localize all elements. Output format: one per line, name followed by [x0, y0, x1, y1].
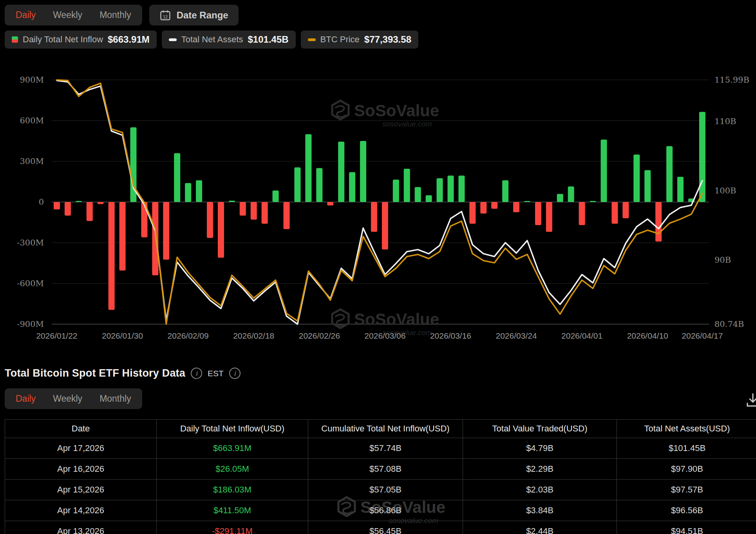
- inflow-bar[interactable]: [294, 168, 300, 202]
- inflow-bar[interactable]: [458, 175, 465, 202]
- inflow-bar[interactable]: [109, 202, 115, 310]
- x-axis-date: 2026/01/22: [36, 331, 77, 340]
- table-tab-weekly[interactable]: Weekly: [53, 393, 82, 404]
- btc-line-icon: [308, 38, 316, 41]
- inflow-bar[interactable]: [273, 191, 279, 202]
- inflow-bar[interactable]: [568, 186, 574, 202]
- inflow-bar[interactable]: [579, 202, 585, 225]
- inflow-bar[interactable]: [152, 202, 158, 275]
- inflow-bar[interactable]: [601, 140, 607, 202]
- inflow-bar[interactable]: [360, 141, 366, 202]
- inflow-bar[interactable]: [284, 202, 290, 229]
- tab-weekly[interactable]: Weekly: [53, 10, 82, 20]
- inflow-bar[interactable]: [404, 169, 410, 202]
- etf-flow-chart[interactable]: 900M600M300M0-300M-600M-900M115.99B110B1…: [0, 55, 756, 346]
- cell-assets: $97.57B: [617, 480, 756, 500]
- column-header: Total Net Assets(USD): [617, 420, 756, 438]
- inflow-bar[interactable]: [699, 112, 705, 202]
- download-icon[interactable]: [744, 391, 756, 409]
- inflow-bar[interactable]: [174, 153, 180, 202]
- table-row: Apr 13,2026-$291.11M$56.45B$2.44B$94.51B: [5, 521, 756, 534]
- right-axis-tick: 110B: [714, 117, 736, 126]
- cell-assets: $94.51B: [617, 521, 756, 534]
- inflow-bar[interactable]: [415, 187, 421, 202]
- inflow-bar[interactable]: [371, 202, 377, 232]
- inflow-bar[interactable]: [54, 202, 60, 209]
- inflow-bar[interactable]: [185, 183, 191, 202]
- inflow-bar[interactable]: [305, 134, 311, 202]
- inflow-bar[interactable]: [338, 142, 344, 202]
- inflow-bar[interactable]: [218, 202, 224, 258]
- inflow-bar[interactable]: [622, 202, 629, 218]
- inflow-bar[interactable]: [76, 201, 82, 202]
- cell-assets: $96.56B: [617, 500, 756, 521]
- inflow-bar[interactable]: [98, 202, 104, 204]
- legend-btc-price[interactable]: BTC Price $77,393.58: [301, 31, 418, 49]
- inflow-bar[interactable]: [644, 170, 651, 202]
- x-axis-date: 2026/04/10: [627, 331, 668, 340]
- inflow-bar[interactable]: [251, 202, 257, 220]
- cell-traded: $3.84B: [463, 500, 617, 521]
- table-row: Apr 16,2026$26.05M$57.08B$2.29B$97.90B: [5, 459, 756, 480]
- inflow-bar[interactable]: [513, 202, 519, 212]
- inflow-bar[interactable]: [262, 202, 268, 224]
- inflow-bar[interactable]: [393, 180, 399, 202]
- history-data-table-wrap: SoSoValuesosovalue.com DateDaily Total N…: [5, 419, 751, 534]
- inflow-bar[interactable]: [469, 202, 476, 224]
- cell-cumulative: $57.74B: [308, 438, 463, 459]
- table-tab-daily[interactable]: Daily: [16, 393, 36, 404]
- inflow-bar[interactable]: [590, 201, 596, 202]
- history-data-header: Total Bitcoin Spot ETF History Data i ES…: [5, 367, 241, 379]
- cell-date: Apr 14,2026: [5, 500, 157, 521]
- inflow-bar[interactable]: [119, 202, 126, 271]
- inflow-bar[interactable]: [524, 201, 530, 202]
- inflow-bar[interactable]: [163, 202, 169, 260]
- inflow-bar[interactable]: [87, 202, 93, 221]
- section-title: Total Bitcoin Spot ETF History Data: [5, 367, 185, 379]
- legend-daily-net-inflow[interactable]: Daily Total Net Inflow $663.91M: [5, 31, 157, 49]
- inflow-bar[interactable]: [196, 180, 202, 202]
- inflow-bar[interactable]: [327, 202, 333, 206]
- inflow-bar[interactable]: [65, 202, 71, 216]
- x-axis-date: 2026/02/09: [168, 331, 209, 340]
- inflow-bar[interactable]: [349, 172, 355, 202]
- tab-daily[interactable]: Daily: [16, 10, 36, 20]
- inflow-bar[interactable]: [229, 201, 235, 202]
- inflow-bar-icon: [12, 36, 18, 43]
- left-axis-tick: 0: [39, 197, 44, 207]
- inflow-bar[interactable]: [491, 202, 497, 209]
- inflow-bar[interactable]: [437, 178, 443, 202]
- inflow-bar[interactable]: [502, 180, 508, 202]
- timezone-info-icon[interactable]: i: [229, 368, 241, 379]
- inflow-bar[interactable]: [611, 202, 618, 224]
- x-axis-date: 2026/03/16: [430, 331, 471, 340]
- cell-assets: $97.90B: [617, 459, 756, 480]
- inflow-bar[interactable]: [447, 175, 454, 202]
- inflow-bar[interactable]: [633, 155, 640, 202]
- legend-total-net-assets[interactable]: Total Net Assets $101.45B: [162, 31, 296, 49]
- inflow-bar[interactable]: [655, 202, 662, 242]
- column-header: Date: [5, 420, 157, 438]
- cell-cumulative: $57.08B: [308, 459, 463, 480]
- cell-date: Apr 13,2026: [5, 521, 157, 534]
- timezone-label: EST: [208, 369, 224, 378]
- date-range-button[interactable]: 12 Date Range: [149, 5, 239, 25]
- history-data-table: DateDaily Total Net Inflow(USD)Cumulativ…: [5, 419, 756, 534]
- inflow-bar[interactable]: [666, 146, 673, 202]
- left-axis-tick: -300M: [17, 238, 44, 247]
- info-icon[interactable]: i: [191, 368, 202, 379]
- inflow-bar[interactable]: [557, 194, 563, 202]
- cell-cumulative: $57.05B: [308, 480, 463, 500]
- inflow-bar[interactable]: [546, 202, 552, 232]
- inflow-bar[interactable]: [240, 202, 246, 216]
- inflow-bar[interactable]: [677, 177, 684, 202]
- inflow-bar[interactable]: [535, 202, 541, 225]
- table-tab-monthly[interactable]: Monthly: [99, 393, 131, 404]
- tab-monthly[interactable]: Monthly: [99, 10, 131, 20]
- inflow-bar[interactable]: [480, 202, 487, 213]
- inflow-bar[interactable]: [382, 202, 388, 249]
- inflow-bar[interactable]: [426, 195, 432, 202]
- inflow-bar[interactable]: [207, 202, 213, 238]
- inflow-bar[interactable]: [316, 168, 322, 202]
- cell-date: Apr 17,2026: [5, 438, 157, 459]
